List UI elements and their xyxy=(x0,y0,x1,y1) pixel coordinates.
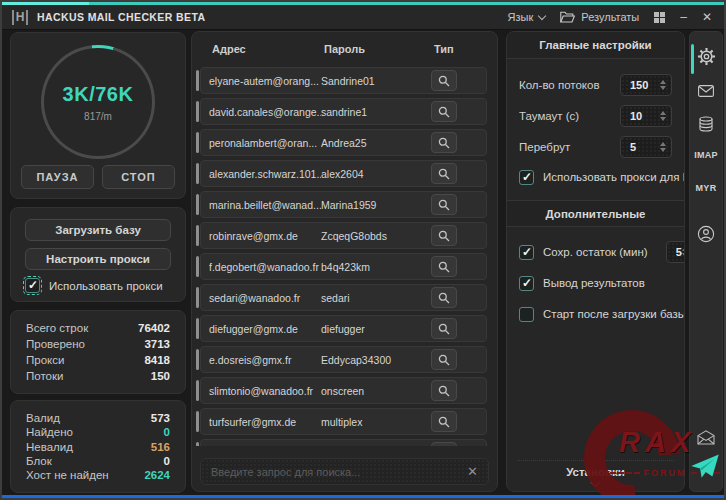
minimize-button[interactable]: – xyxy=(680,11,687,23)
table-row[interactable]: robinrave@gmx.de ZcqeqG8obds xyxy=(200,222,487,249)
chevron-down-icon[interactable] xyxy=(591,478,601,488)
save-rest-checkbox[interactable] xyxy=(519,245,534,260)
timeout-label: Таумаут (с) xyxy=(519,110,579,122)
results-label: Результаты xyxy=(581,11,639,23)
telegram-icon[interactable] xyxy=(690,452,720,486)
results-table-panel: Адрес Пароль Тип elyane-autem@orang... S… xyxy=(191,31,498,492)
stat-row: Найдено 0 xyxy=(26,426,170,438)
table-row[interactable]: elyane-autem@orang... Sandrine01 xyxy=(200,67,487,94)
lookup-button[interactable] xyxy=(431,287,457,308)
magnifier-icon xyxy=(438,261,450,273)
magnifier-icon xyxy=(438,354,450,366)
imap-tab[interactable]: IMAP xyxy=(690,150,722,160)
table-row[interactable]: david.canales@orange... sandrine1 xyxy=(200,98,487,125)
password-cell: Eddycap34300 xyxy=(321,354,431,366)
close-button[interactable]: ✕ xyxy=(702,11,712,23)
table-row[interactable]: f.degobert@wanadoo.fr b4q423km xyxy=(200,253,487,280)
stat-label: Хост не найден xyxy=(26,469,109,481)
table-row[interactable]: turfsurfer@gmx.de multiplex xyxy=(200,408,487,435)
stepper-arrows-icon[interactable] xyxy=(660,80,666,90)
configure-proxy-button[interactable]: Настроить прокси xyxy=(25,248,171,270)
pause-button[interactable]: ПАУЗА xyxy=(21,165,94,189)
stepper-arrows-icon[interactable] xyxy=(660,111,666,121)
lookup-button[interactable] xyxy=(431,411,457,432)
output-results-label: Вывод результатов xyxy=(543,277,645,289)
lookup-button[interactable] xyxy=(431,349,457,370)
search-bar: ✕ xyxy=(200,458,489,485)
table-row[interactable]: diefugger@gmx.de diefugger xyxy=(200,315,487,342)
password-cell: Andrea25 xyxy=(321,137,431,149)
lookup-button[interactable] xyxy=(431,101,457,122)
lookup-button[interactable] xyxy=(431,194,457,215)
email-cell: marina.beillet@wanad... xyxy=(209,199,321,211)
load-base-button[interactable]: Загрузить базу xyxy=(25,219,171,241)
password-cell: b4q423km xyxy=(321,261,431,273)
open-mail-tab[interactable] xyxy=(690,430,722,445)
stat-row: Прокси 8418 xyxy=(26,354,170,366)
timeout-stepper[interactable]: 10 xyxy=(620,105,672,127)
threads-field: Кол-во потоков 150 xyxy=(519,73,672,97)
stepper-arrows-icon[interactable] xyxy=(682,247,685,257)
threads-label: Кол-во потоков xyxy=(519,79,600,91)
header-password: Пароль xyxy=(324,43,434,55)
brute-field: Перебрут 5 xyxy=(519,135,672,159)
lookup-button[interactable] xyxy=(431,225,457,246)
stat-value: 0 xyxy=(164,426,170,438)
app-logo: H xyxy=(12,10,28,25)
table-row[interactable]: marina.beillet@wanad... Marina1959 xyxy=(200,191,487,218)
stat-row: Всего строк 76402 xyxy=(26,322,170,334)
language-menu[interactable]: Язык xyxy=(508,11,546,23)
threads-stepper[interactable]: 150 xyxy=(620,74,672,96)
table-row[interactable] xyxy=(200,439,487,446)
additional-settings-body: Сохр. остаток (мин) 5 Вывод результатов … xyxy=(507,227,684,325)
table-row[interactable]: e.dosreis@gmx.fr Eddycap34300 xyxy=(200,346,487,373)
table-row[interactable]: peronalambert@oran... Andrea25 xyxy=(200,129,487,156)
brute-stepper[interactable]: 5 xyxy=(620,136,672,158)
imap-proxy-checkbox[interactable] xyxy=(519,170,534,185)
magnifier-icon xyxy=(438,416,450,428)
results-button[interactable]: Результаты xyxy=(560,11,639,23)
myr-tab[interactable]: MYR xyxy=(690,183,722,193)
account-tab[interactable] xyxy=(690,225,722,243)
search-input[interactable] xyxy=(211,466,467,478)
database-tab[interactable] xyxy=(690,116,722,132)
lookup-button[interactable] xyxy=(431,132,457,153)
stat-value: 150 xyxy=(151,370,170,382)
lookup-button[interactable] xyxy=(431,380,457,401)
lookup-button[interactable] xyxy=(431,318,457,339)
folder-open-icon xyxy=(560,11,575,23)
apps-grid-icon[interactable] xyxy=(654,12,665,23)
mail-open-icon xyxy=(697,430,715,445)
save-rest-row: Сохр. остаток (мин) 5 xyxy=(519,241,672,263)
magnifier-icon xyxy=(438,106,450,118)
email-cell: sedari@wanadoo.fr xyxy=(209,292,321,304)
lookup-button[interactable] xyxy=(431,442,457,446)
main-settings-header: Главные настройки xyxy=(507,32,684,59)
clear-search-icon[interactable]: ✕ xyxy=(467,464,478,479)
lookup-button[interactable] xyxy=(431,70,457,91)
table-row[interactable]: slimtonio@wanadoo.fr onscreen xyxy=(200,377,487,404)
table-row[interactable]: alexander.schwarz.101... alex2604 xyxy=(200,160,487,187)
stepper-arrows-icon[interactable] xyxy=(660,142,666,152)
save-rest-stepper[interactable]: 5 xyxy=(666,241,685,263)
additional-settings-header: Дополнительные xyxy=(507,200,684,227)
settings-tab[interactable] xyxy=(690,47,722,66)
start-after-load-label: Старт после загрузки базы xyxy=(543,308,685,320)
stat-value: 8418 xyxy=(144,354,170,366)
use-proxy-checkbox[interactable] xyxy=(25,278,40,293)
presets-label[interactable]: Установки xyxy=(566,466,625,478)
user-circle-icon xyxy=(697,225,715,243)
magnifier-icon xyxy=(438,230,450,242)
stop-button[interactable]: СТОП xyxy=(102,165,175,189)
lookup-button[interactable] xyxy=(431,256,457,277)
start-after-load-checkbox[interactable] xyxy=(519,307,534,322)
stat-row: Проверено 3713 xyxy=(26,338,170,350)
use-proxy-row: Использовать прокси xyxy=(25,278,163,293)
imap-proxy-row: Использовать прокси для IMAP xyxy=(519,166,672,188)
table-row[interactable]: sedari@wanadoo.fr sedari xyxy=(200,284,487,311)
mail-tab[interactable] xyxy=(690,85,722,97)
header-address: Адрес xyxy=(212,43,324,55)
main-settings-body: Кол-во потоков 150 Таумаут (с) 10 Перебр… xyxy=(507,59,684,188)
lookup-button[interactable] xyxy=(431,163,457,184)
output-results-checkbox[interactable] xyxy=(519,276,534,291)
